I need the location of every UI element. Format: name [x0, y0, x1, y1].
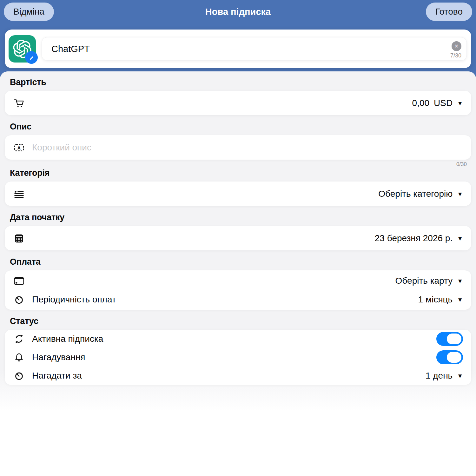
currency-value: USD [434, 98, 453, 108]
form-sheet: Вартість 0,00 USD ▼ Опис [0, 71, 476, 476]
start-date-value[interactable]: 23 березня 2026 р. ▼ [375, 233, 463, 243]
chevron-down-icon: ▼ [457, 191, 463, 198]
category-value[interactable]: Оберіть категорію ▼ [378, 189, 463, 199]
shopping-cart-icon [13, 97, 25, 109]
toggle-knob [447, 334, 461, 344]
description-char-counter: 0/30 [5, 161, 467, 168]
start-date-row[interactable]: 23 березня 2026 р. ▼ [13, 226, 463, 250]
app-logo-button[interactable] [9, 35, 36, 63]
bell-icon [13, 351, 25, 363]
remind-before-label: Нагадати за [32, 371, 82, 381]
remind-before-row[interactable]: Нагадати за 1 день ▼ [13, 367, 463, 385]
status-section-label: Статус [10, 316, 466, 326]
page-title: Нова підписка [0, 7, 476, 17]
reminder-toggle[interactable] [436, 350, 463, 364]
description-card: A [5, 135, 471, 160]
reminder-row: Нагадування [13, 348, 463, 367]
payment-card-row[interactable]: Оберіть карту ▼ [13, 271, 463, 290]
payment-section-label: Оплата [10, 257, 466, 267]
active-subscription-label: Активна підписка [32, 334, 103, 344]
start-date-card: 23 березня 2026 р. ▼ [5, 226, 471, 250]
refresh-cycle-icon [13, 333, 25, 345]
edit-icon-badge[interactable] [25, 51, 38, 64]
category-selected: Оберіть категорію [378, 189, 453, 199]
text-format-icon: A [13, 142, 25, 154]
category-row[interactable]: Оберіть категорію ▼ [13, 182, 463, 206]
card-selected: Оберіть карту [395, 276, 453, 286]
active-subscription-row: Активна підписка [13, 330, 463, 348]
subscription-name-card: ✕ 7/30 [5, 30, 471, 68]
cost-card: 0,00 USD ▼ [5, 91, 471, 115]
start-date-section-label: Дата початку [10, 212, 466, 222]
chevron-down-icon: ▼ [457, 100, 463, 107]
description-row: A [13, 135, 463, 160]
remind-before-selected: 1 день [426, 371, 453, 381]
svg-text:A: A [17, 145, 21, 150]
payment-period-label: Періодичність оплат [32, 294, 116, 305]
category-card: Оберіть категорію ▼ [5, 182, 471, 206]
chevron-down-icon: ▼ [457, 296, 463, 303]
payment-period-value[interactable]: 1 місяць ▼ [418, 294, 463, 305]
category-section-label: Категорія [10, 168, 466, 178]
cost-section-label: Вартість [10, 77, 466, 87]
description-input[interactable] [32, 142, 463, 153]
amount-value: 0,00 [412, 98, 430, 108]
chevron-down-icon: ▼ [457, 235, 463, 242]
start-date-selected: 23 березня 2026 р. [375, 233, 453, 243]
new-subscription-screen: Відміна Нова підписка Готово ✕ 7/30 [0, 0, 476, 476]
remind-before-value[interactable]: 1 день ▼ [426, 371, 463, 381]
timer-icon [13, 370, 25, 382]
credit-card-icon [13, 275, 25, 287]
cost-value[interactable]: 0,00 USD ▼ [412, 98, 463, 108]
payment-card-value[interactable]: Оберіть карту ▼ [395, 276, 463, 286]
cost-row[interactable]: 0,00 USD ▼ [13, 91, 463, 115]
subscription-name-field: ✕ 7/30 [42, 37, 467, 61]
navigation-bar: Відміна Нова підписка Готово ✕ 7/30 [0, 0, 476, 78]
subscription-name-input[interactable] [51, 37, 349, 60]
payment-card: Оберіть карту ▼ Періодичність оплат 1 мі… [5, 270, 471, 310]
reminder-label: Нагадування [32, 352, 85, 362]
name-char-counter: 7/30 [450, 52, 461, 59]
status-card: Активна підписка Нагадування [5, 330, 471, 385]
period-selected: 1 місяць [418, 294, 453, 305]
clear-text-button[interactable]: ✕ [452, 41, 461, 51]
chevron-down-icon: ▼ [457, 278, 463, 285]
pencil-icon [28, 54, 35, 61]
active-subscription-toggle[interactable] [436, 332, 463, 346]
description-section-label: Опис [10, 122, 466, 132]
category-list-icon [13, 188, 25, 200]
cancel-button[interactable]: Відміна [4, 3, 54, 21]
payment-period-row[interactable]: Періодичність оплат 1 місяць ▼ [13, 290, 463, 309]
chevron-down-icon: ▼ [457, 373, 463, 380]
done-button[interactable]: Готово [426, 3, 472, 21]
toggle-knob [447, 352, 461, 363]
timer-icon [13, 294, 25, 306]
calendar-icon [13, 232, 25, 244]
